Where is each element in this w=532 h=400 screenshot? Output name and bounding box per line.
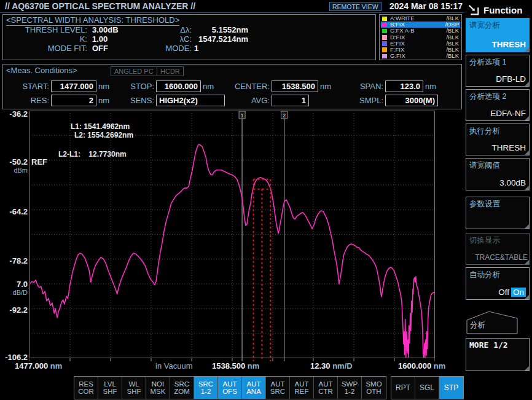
- x-label-center: 1538.500 nm: [212, 361, 259, 371]
- sidebar-item-execute-analysis[interactable]: 执行分析 THRESH: [466, 124, 530, 155]
- sidebar-item-label: 分析: [470, 320, 485, 331]
- sidebar-item-spectral-width-analysis[interactable]: 谱宽分析 THRESH: [466, 18, 530, 52]
- toolbar-button-rpt[interactable]: RPT: [391, 377, 415, 399]
- y-tick-5: -106.2: [0, 353, 28, 362]
- toolbar-button-line2: REF: [295, 388, 309, 396]
- app-title: // AQ6370E OPTICAL SPECTRUM ANALYZER //: [5, 1, 195, 11]
- marker-label-1: 1: [241, 112, 244, 119]
- sidebar-item-label: MORE 1/2: [469, 340, 508, 350]
- toolbar-button-line2: OTH: [366, 388, 381, 396]
- stop-field[interactable]: 1600.000: [156, 80, 201, 92]
- x-label-right: 1600.000 nm: [398, 361, 445, 371]
- sidebar-item-parameter-settings[interactable]: 参数设置: [466, 197, 530, 229]
- smpl-field[interactable]: 3000(M): [385, 95, 438, 106]
- thresh-level-label: THRESH LEVEL:: [8, 25, 87, 34]
- span-label: SPAN:: [346, 82, 383, 91]
- delta-lambda-label: Δλ:: [144, 25, 192, 34]
- sidebar-item-label: 谱宽阈值: [469, 160, 500, 171]
- toolbar-button-wl-shf[interactable]: WLSHF: [122, 377, 146, 399]
- delta-value: 12.7730nm: [88, 150, 126, 159]
- toolbar-button-line1: AUT: [319, 380, 333, 388]
- stop-unit: nm: [203, 82, 214, 91]
- toolbar-button-lvl-shf[interactable]: LVLSHF: [98, 377, 122, 399]
- res-unit: nm: [98, 96, 109, 105]
- avg-field[interactable]: 1: [272, 95, 309, 106]
- sidebar-item-analysis-option-1[interactable]: 分析选项 1 DFB-LD: [466, 55, 530, 87]
- toolbar-button-smo-oth[interactable]: SMOOTH: [362, 377, 386, 399]
- y-unit: dBm: [0, 167, 28, 174]
- x-label-left: 1477.000 nm: [15, 361, 62, 371]
- k-label: K:: [8, 34, 87, 44]
- sidebar-item-label: 谱宽分析: [469, 20, 500, 31]
- center-unit: nm: [320, 82, 331, 91]
- toolbar-button-src-zom[interactable]: SRCZOM: [170, 377, 194, 399]
- thresh-level-value: 3.00dB: [92, 25, 119, 34]
- l1-value: 1541.4962nm: [84, 122, 130, 131]
- smpl-label: SMPL:: [346, 96, 383, 105]
- l1-label: L1:: [71, 122, 82, 131]
- y-scale-value: 7.0: [0, 280, 28, 289]
- trace-color-swatch: [382, 23, 387, 28]
- y-tick-1: -50.2: [0, 157, 28, 167]
- toolbar-button-aut-ana[interactable]: AUTANA: [242, 377, 266, 399]
- center-field[interactable]: 1538.500: [272, 80, 318, 92]
- avg-label: AVG:: [229, 96, 270, 105]
- auto-analysis-toggle[interactable]: OffOn: [498, 288, 526, 297]
- toolbar-button-aut-ofs[interactable]: AUTOFS: [218, 377, 242, 399]
- toolbar-button-line1: NOI: [152, 380, 164, 388]
- toolbar-sweep-group: RPTSGLSTP: [391, 376, 464, 399]
- toolbar-function-group: RESCORLVLSHFWLSHFNOIMSKSRCZOMSRC1-2AUTOF…: [74, 376, 386, 399]
- toggle-on-label: On: [511, 288, 526, 297]
- trace-status: /BLK: [446, 53, 459, 59]
- x-right-unit: nm: [431, 361, 445, 371]
- analysis-panel-title: <SPECTRAL WIDTH ANALYSIS: THRESHOLD>: [6, 15, 179, 26]
- sidebar-item-label: 执行分析: [469, 126, 500, 136]
- toolbar-button-aut-ctr[interactable]: AUTCTR: [314, 377, 338, 399]
- toolbar-button-line1: SMO: [366, 380, 381, 388]
- toolbar-button-src-1-2[interactable]: SRC1-2: [194, 377, 218, 399]
- span-field[interactable]: 123.0: [385, 80, 423, 92]
- sidebar-item-auto-analysis[interactable]: 自动分析 OffOn: [466, 267, 530, 300]
- sidebar-item-label: 自动分析: [469, 270, 500, 280]
- toggle-off-label: Off: [498, 288, 509, 297]
- toolbar-button-line1: SRC: [198, 380, 213, 388]
- start-unit: nm: [98, 82, 109, 91]
- toolbar-button-sgl[interactable]: SGL: [415, 377, 439, 399]
- y-tick-4: -92.2: [0, 305, 28, 315]
- marker-l1-annotation: L1: 1541.4962nm: [71, 122, 130, 131]
- stop-label: STOP:: [112, 82, 154, 91]
- toolbar-button-res-cor[interactable]: RESCOR: [74, 377, 98, 399]
- toolbar-button-line2: 1-2: [201, 388, 211, 396]
- toolbar-button-stp[interactable]: STP: [439, 377, 463, 399]
- toolbar-button-swp-1-2[interactable]: SWP1-2: [338, 377, 362, 399]
- toolbar-button-line2: SRC: [270, 388, 285, 396]
- spectrum-chart: 12 -36.2 -50.2 dBm REF -64.2 -78.2 7.0 d…: [0, 109, 464, 374]
- toolbar-button-line1: AUT: [271, 380, 285, 388]
- res-field[interactable]: 2: [51, 95, 96, 106]
- toolbar-button-line1: LVL: [104, 380, 116, 388]
- mode-value: 1: [194, 44, 248, 53]
- x-right-value: 1600.000: [398, 361, 431, 371]
- sidebar-item-switch-display[interactable]: 切换显示 TRACE&TABLE: [466, 233, 530, 265]
- toolbar-button-line2: OFS: [222, 388, 237, 396]
- trace-color-swatch: [382, 35, 387, 40]
- y-tick-2: -64.2: [0, 207, 28, 216]
- sidebar-item-more[interactable]: MORE 1/2: [466, 338, 530, 371]
- x-left-unit: nm: [48, 361, 62, 371]
- toolbar-button-noi-msk[interactable]: NOIMSK: [146, 377, 170, 399]
- res-label: RES:: [15, 96, 49, 105]
- sens-field[interactable]: HIGH2(x2): [156, 95, 225, 106]
- toolbar-button-aut-ref[interactable]: AUTREF: [290, 377, 314, 399]
- toolbar-button-line1: AUT: [247, 380, 261, 388]
- legend-row-g[interactable]: G:FIX/BLK: [381, 53, 460, 59]
- sidebar-item-width-threshold[interactable]: 谱宽阈值 3.00dB: [466, 158, 530, 190]
- y-scale-unit: dB/D: [0, 289, 28, 296]
- toolbar-button-aut-src[interactable]: AUTSRC: [266, 377, 290, 399]
- sidebar-item-analysis-option-2[interactable]: 分析选项 2 EDFA-NF: [466, 89, 530, 121]
- delta-lambda-value: 5.1552nm: [194, 25, 248, 34]
- function-arrow-icon: [467, 3, 480, 17]
- start-field[interactable]: 1477.000: [51, 80, 96, 92]
- sidebar-tab-analysis[interactable]: 分析: [466, 310, 530, 335]
- sidebar-item-value: 3.00dB: [499, 178, 526, 187]
- mode-fit-value: OFF: [92, 44, 108, 53]
